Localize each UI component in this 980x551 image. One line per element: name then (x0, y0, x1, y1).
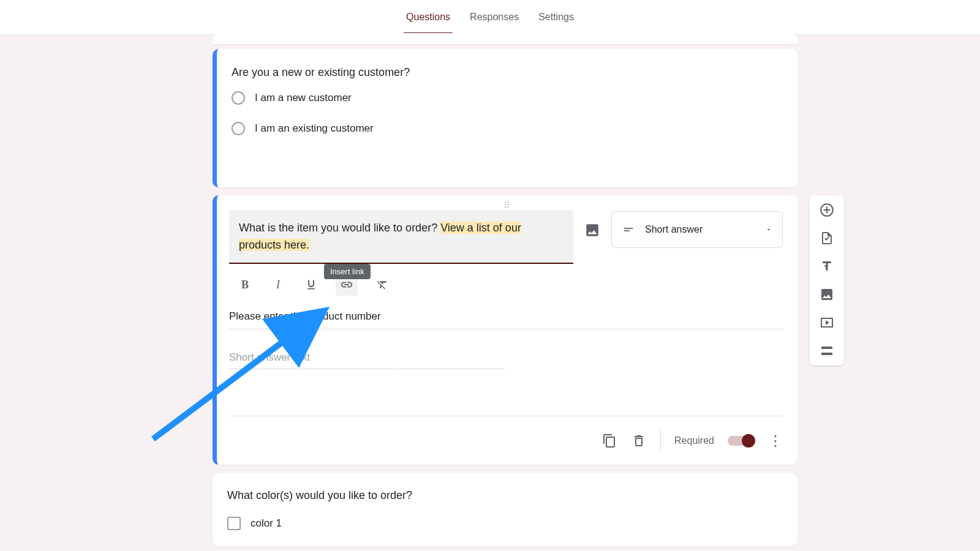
toggle-knob (742, 434, 755, 448)
short-answer-icon (622, 223, 635, 236)
question-description-input[interactable]: Please enter the product number (229, 310, 783, 329)
radio-icon (232, 122, 245, 135)
checkbox-label: color 1 (251, 517, 282, 530)
checkbox-option-color1[interactable]: color 1 (227, 517, 783, 530)
tab-responses[interactable]: Responses (460, 0, 529, 35)
question-type-label: Short answer (645, 224, 765, 235)
add-video-button[interactable] (818, 314, 835, 331)
drag-handle-icon[interactable]: ⠿ (217, 195, 797, 210)
checkbox-icon (227, 517, 241, 530)
radio-option-existing-customer[interactable]: I am an existing customer (232, 122, 783, 135)
delete-button[interactable] (631, 433, 647, 449)
add-question-button[interactable] (818, 201, 835, 219)
add-section-button[interactable] (818, 342, 835, 359)
question-card-item-order[interactable]: ⠿ What is the item you would like to ord… (213, 195, 797, 465)
question-title: What color(s) would you like to order? (227, 489, 783, 502)
radio-icon (232, 91, 245, 105)
add-image-button[interactable] (584, 222, 600, 238)
footer-divider (660, 430, 661, 452)
add-title-button[interactable] (818, 258, 835, 275)
side-toolbar (810, 195, 844, 365)
add-image-button[interactable] (818, 286, 835, 303)
dropdown-arrow-icon (765, 226, 772, 233)
tab-settings[interactable]: Settings (529, 0, 584, 35)
radio-option-new-customer[interactable]: I am a new customer (232, 91, 783, 105)
bold-button[interactable]: B (236, 276, 254, 293)
question-card-customer-type[interactable]: Are you a new or existing customer? I am… (213, 49, 797, 187)
tab-questions[interactable]: Questions (396, 0, 460, 35)
required-label: Required (674, 435, 714, 446)
formatting-toolbar: B I (229, 264, 573, 298)
required-toggle[interactable] (728, 436, 755, 446)
question-footer: Required ⋮ (229, 416, 783, 465)
question-text-input[interactable]: What is the item you would like to order… (229, 210, 573, 264)
question-title: Are you a new or existing customer? (232, 66, 783, 79)
question-card-color[interactable]: What color(s) would you like to order? c… (213, 473, 797, 546)
import-questions-button[interactable] (818, 230, 835, 247)
radio-label: I am an existing customer (255, 122, 374, 135)
tooltip-insert-link: Insert link (324, 264, 371, 279)
form-canvas: Are you a new or existing customer? I am… (0, 35, 980, 551)
card-previous-peek (213, 33, 797, 44)
clear-formatting-button[interactable] (374, 276, 391, 293)
radio-label: I am a new customer (255, 92, 352, 104)
italic-button[interactable]: I (270, 276, 287, 293)
duplicate-button[interactable] (601, 433, 617, 449)
top-tabs: Questions Responses Settings (0, 0, 980, 35)
short-answer-placeholder: Short answer text (229, 351, 505, 369)
underline-button[interactable] (303, 276, 320, 293)
more-options-button[interactable]: ⋮ (768, 438, 783, 444)
question-text-plain: What is the item you would like to order… (239, 222, 440, 234)
question-type-dropdown[interactable]: Short answer (611, 211, 783, 248)
